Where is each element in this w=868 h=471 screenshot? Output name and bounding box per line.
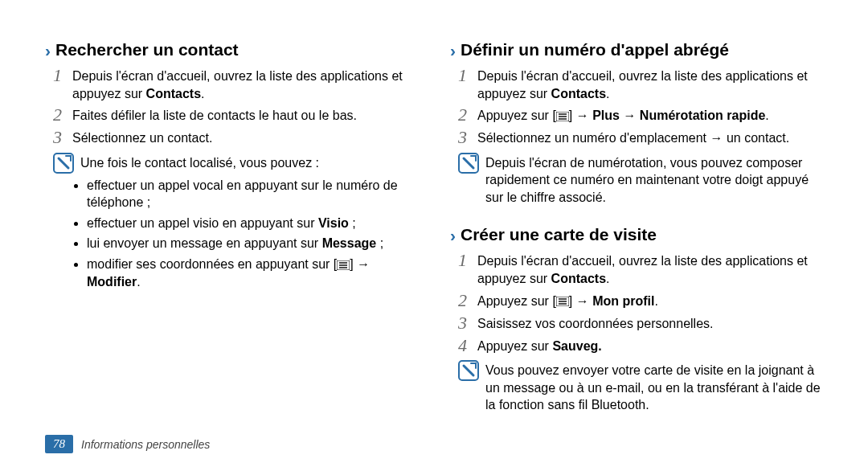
- chevron-icon: ›: [450, 42, 456, 59]
- note-block: Vous pouvez envoyer votre carte de visit…: [458, 360, 829, 414]
- step-row: 1 Depuis l'écran d'accueil, ouvrez la li…: [458, 66, 829, 102]
- fragment: Appuyez sur: [477, 339, 552, 353]
- fragment: Appuyez sur [: [477, 109, 556, 122]
- fragment: ;: [376, 236, 383, 250]
- step-text: Sélectionnez un numéro d'emplacement → u…: [477, 128, 789, 147]
- bold: Numérotation rapide: [640, 109, 765, 122]
- heading-text: Rechercher un contact: [55, 40, 239, 59]
- list-item: lui envoyer un message en appuyant sur M…: [87, 235, 424, 252]
- step-row: 2 Appuyez sur [] → Plus → Numérotation r…: [458, 105, 829, 125]
- bold: Sauveg.: [552, 339, 601, 353]
- note-text: Vous pouvez envoyer votre carte de visit…: [485, 360, 829, 414]
- chevron-icon: ›: [450, 227, 456, 244]
- step-number: 1: [458, 251, 477, 270]
- manual-page: › Rechercher un contact 1 Depuis l'écran…: [0, 0, 868, 471]
- note-text: Une fois le contact localisé, vous pouve…: [80, 153, 319, 172]
- svg-line-11: [464, 158, 473, 168]
- step-text: Faites défiler la liste de contacts le h…: [72, 105, 357, 125]
- bold: Visio: [318, 216, 349, 230]
- step-number: 3: [458, 128, 477, 147]
- step-number: 3: [53, 128, 72, 147]
- list-item: modifier ses coordonnées en appuyant sur…: [87, 256, 424, 290]
- fragment: Depuis l'écran d'accueil, ouvrez la list…: [477, 254, 808, 285]
- fragment: .: [654, 294, 657, 308]
- bold: Plus: [592, 109, 620, 122]
- menu-key-icon: [337, 260, 350, 270]
- step-row: 4 Appuyez sur Sauveg.: [458, 336, 829, 355]
- page-footer: 78 Informations personnelles: [45, 435, 210, 453]
- fragment: .: [606, 87, 609, 100]
- note-icon: [458, 153, 479, 174]
- fragment: effectuer un appel visio en appuyant sur: [87, 216, 318, 230]
- step-text: Saisissez vos coordonnées personnelles.: [477, 313, 714, 333]
- menu-key-icon: [556, 112, 569, 121]
- left-column: › Rechercher un contact 1 Depuis l'écran…: [45, 39, 444, 455]
- heading-rechercher: › Rechercher un contact: [45, 40, 424, 59]
- step-number: 1: [53, 66, 72, 85]
- step-text: Sélectionnez un contact.: [72, 128, 212, 147]
- step-fragment: Depuis l'écran d'accueil, ouvrez la list…: [72, 69, 403, 100]
- step-text: Appuyez sur Sauveg.: [477, 336, 602, 355]
- step-fragment: .: [201, 87, 204, 100]
- step-number: 1: [458, 66, 477, 85]
- note-text: Depuis l'écran de numérotation, vous pou…: [485, 153, 829, 207]
- step-text: Appuyez sur [] → Plus → Numérotation rap…: [477, 105, 769, 125]
- step-number: 2: [458, 291, 477, 310]
- list-item: effectuer un appel vocal en appuyant sur…: [87, 177, 424, 211]
- note-block: Depuis l'écran de numérotation, vous pou…: [458, 153, 829, 207]
- bold: Modifier: [87, 275, 137, 289]
- step-number: 2: [458, 105, 477, 125]
- fragment: Appuyez sur [: [477, 294, 556, 308]
- fragment: modifier ses coordonnées en appuyant sur…: [87, 257, 337, 271]
- step-number: 4: [458, 336, 477, 355]
- bold: Mon profil: [592, 294, 654, 308]
- section-title: Informations personnelles: [81, 438, 210, 451]
- step-number: 2: [53, 105, 72, 125]
- step-row: 1 Depuis l'écran d'accueil, ouvrez la li…: [458, 251, 829, 287]
- fragment: .: [137, 275, 140, 289]
- chevron-icon: ›: [45, 42, 51, 59]
- note-block: Une fois le contact localisé, vous pouve…: [53, 153, 424, 174]
- bold: Contacts: [551, 87, 606, 100]
- fragment: ] →: [350, 257, 370, 271]
- fragment: ] →: [569, 294, 592, 308]
- step-row: 2 Appuyez sur [] → Mon profil.: [458, 291, 829, 310]
- step-text: Depuis l'écran d'accueil, ouvrez la list…: [477, 66, 829, 102]
- bold: Message: [322, 236, 377, 250]
- step-text: Appuyez sur [] → Mon profil.: [477, 291, 658, 310]
- svg-line-1: [59, 158, 68, 168]
- note-icon: [458, 360, 479, 381]
- page-number: 78: [45, 435, 73, 453]
- heading-definir: › Définir un numéro d'appel abrégé: [450, 40, 829, 59]
- step-text: Depuis l'écran d'accueil, ouvrez la list…: [477, 251, 829, 287]
- fragment: ;: [349, 216, 356, 230]
- bullet-list: effectuer un appel vocal en appuyant sur…: [87, 177, 424, 291]
- step-bold: Contacts: [146, 87, 201, 100]
- fragment: lui envoyer un message en appuyant sur: [87, 236, 322, 250]
- heading-text: Créer une carte de visite: [461, 225, 657, 244]
- fragment: .: [765, 109, 768, 122]
- fragment: →: [620, 109, 640, 122]
- fragment: Depuis l'écran d'accueil, ouvrez la list…: [477, 69, 808, 100]
- note-icon: [53, 153, 74, 174]
- bold: Contacts: [551, 272, 606, 285]
- fragment: ] →: [569, 109, 592, 122]
- heading-text: Définir un numéro d'appel abrégé: [461, 40, 729, 59]
- step-text: Depuis l'écran d'accueil, ouvrez la list…: [72, 66, 424, 102]
- step-row: 3 Sélectionnez un contact.: [53, 128, 424, 147]
- right-column: › Définir un numéro d'appel abrégé 1 Dep…: [444, 39, 829, 455]
- step-number: 3: [458, 313, 477, 333]
- heading-creer: › Créer une carte de visite: [450, 225, 829, 244]
- menu-key-icon: [556, 297, 569, 306]
- step-row: 2 Faites défiler la liste de contacts le…: [53, 105, 424, 125]
- svg-line-17: [464, 366, 473, 375]
- step-row: 3 Sélectionnez un numéro d'emplacement →…: [458, 128, 829, 147]
- fragment: .: [606, 272, 609, 285]
- list-item: effectuer un appel visio en appuyant sur…: [87, 215, 424, 232]
- step-row: 3 Saisissez vos coordonnées personnelles…: [458, 313, 829, 333]
- step-row: 1 Depuis l'écran d'accueil, ouvrez la li…: [53, 66, 424, 102]
